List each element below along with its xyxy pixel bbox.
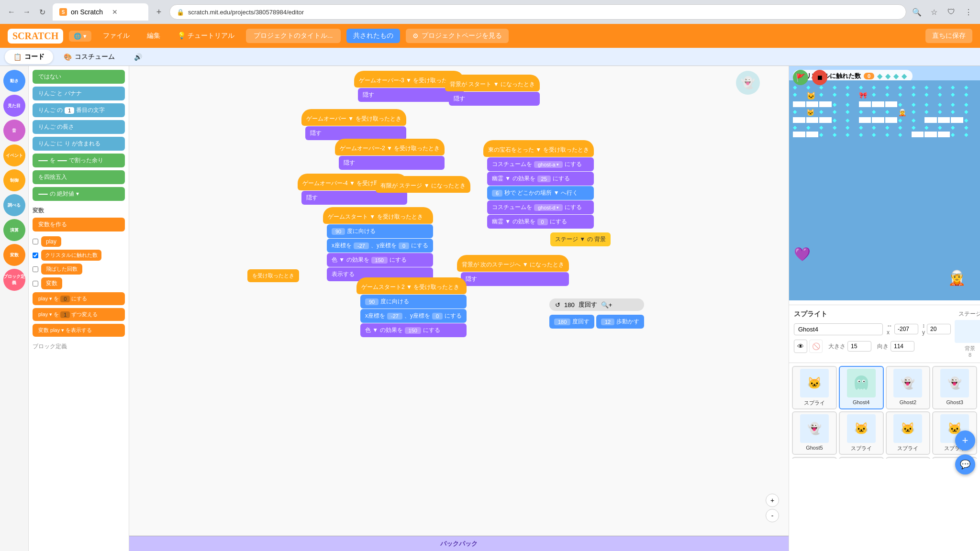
tab-sound[interactable]: 🔊 (125, 50, 151, 64)
block-concat[interactable]: りんご と バナナ (33, 87, 125, 100)
sprite-item-ghost3[interactable]: 👻 Ghost3 (932, 366, 977, 409)
x-input[interactable] (894, 324, 918, 334)
block-stage-backdrop[interactable]: ステージ ▼ の 背景 (550, 232, 611, 246)
reload-button[interactable]: ↻ (35, 5, 49, 19)
block-turn90[interactable]: 90 度に向ける (327, 224, 433, 238)
category-control[interactable]: 制御 (3, 169, 25, 191)
hat-easttreasure[interactable]: 東の宝石をとった ▼ を受け取ったとき (483, 140, 594, 157)
globe-button[interactable]: 🌐 ▾ (69, 31, 91, 42)
block-not[interactable]: ではない (33, 70, 125, 84)
block-set-play[interactable]: play ▾ を 0 にする (33, 292, 125, 305)
sprite-item-sprite6[interactable]: 🐱 スプライ (839, 411, 884, 455)
add-sprite-button[interactable]: + (955, 430, 975, 451)
address-bar[interactable]: 🔒 scratch.mit.edu/projects/380578984/edi… (169, 4, 906, 20)
block-hide-6[interactable]: 隠す (461, 272, 569, 286)
bookmark-button[interactable]: ☆ (927, 5, 941, 19)
block-move-12[interactable]: 12 歩動かす (596, 315, 644, 329)
block-color-effect[interactable]: 色 ▼ の効果を 150 にする (327, 253, 433, 267)
block-costume-a[interactable]: コスチュームを ghost-a にする (487, 157, 594, 171)
block-color-effect-2[interactable]: 色 ▼ の効果を 150 にする (360, 323, 467, 337)
block-glide-somewhere[interactable]: 6 秒で どこかの場所 ▼ へ行く (487, 186, 594, 200)
category-looks[interactable]: 見た目 (3, 95, 25, 117)
category-myblocks[interactable]: ブロック定義 (3, 269, 25, 291)
zoom-in-button[interactable]: + (766, 494, 779, 507)
sprite-item-ghost2[interactable]: 👻 Ghost2 (886, 366, 931, 409)
block-hide-3[interactable]: 隠す (305, 126, 406, 140)
hat-stage[interactable]: 有限が ステージ ▼ になったとき (376, 176, 470, 193)
show-sprite-button[interactable]: 👁 (794, 340, 807, 353)
sprite-item-crystal2[interactable]: 💎 Crystal2 (792, 457, 837, 459)
category-variables[interactable]: 変数 (3, 244, 25, 266)
sprite-item-ghost5[interactable]: 👻 Ghost5 (792, 411, 837, 455)
category-operators[interactable]: 演算 (3, 219, 25, 241)
browser-tab[interactable]: S on Scratch ✕ (53, 3, 148, 21)
block-setxy[interactable]: x座標を -27 、y座標を 0 にする (327, 239, 433, 253)
block-hide-5[interactable]: 隠す (301, 191, 407, 205)
block-hide-4[interactable]: 隠す (339, 156, 445, 170)
block-setxy-2[interactable]: x座標を -27 、y座標を 0 にする (360, 309, 467, 323)
file-menu[interactable]: ファイル (97, 29, 135, 43)
sprite-item-ghost4[interactable]: Ghost4 (839, 366, 884, 409)
block-change-play[interactable]: play ▾ を 1 ずつ変える (33, 308, 125, 321)
zoom-out-button[interactable]: - (766, 509, 779, 522)
block-partial-receive[interactable]: を受け取ったとき (247, 269, 299, 282)
block-turn90-2[interactable]: 90 度に向ける (360, 295, 467, 309)
block-contains[interactable]: りんご に り が含まれる (33, 137, 125, 151)
sprite-item-sprite7[interactable]: 🐱 スプライ (886, 411, 931, 455)
save-button[interactable]: 直ちに保存 (925, 29, 972, 43)
hat-bgstart[interactable]: 背景が スタート ▼ になったとき (445, 75, 540, 91)
forward-button[interactable]: → (20, 5, 33, 19)
direction-input[interactable] (891, 341, 914, 352)
hide-sprite-button[interactable]: 🚫 (809, 340, 823, 353)
category-sound[interactable]: 音 (3, 120, 25, 142)
crystal-checkbox[interactable] (33, 253, 38, 258)
block-mod[interactable]: を で割った余り (33, 154, 125, 167)
block-costume-d[interactable]: コスチュームを ghost-d にする (487, 200, 594, 214)
skip-checkbox[interactable] (33, 266, 38, 272)
block-letter[interactable]: りんご の 1 番目の文字 (33, 103, 125, 117)
play-checkbox[interactable] (33, 239, 38, 244)
extensions-button[interactable]: 🛡 (945, 5, 958, 19)
search-button[interactable]: 🔍 (910, 5, 924, 19)
green-flag-button[interactable]: 🚩 (793, 70, 808, 85)
size-input[interactable] (847, 341, 871, 352)
block-length[interactable]: りんご の長さ (33, 120, 125, 134)
stop-button[interactable]: ⏹ (812, 70, 827, 85)
block-abs[interactable]: の 絶対値 ▾ (33, 187, 125, 201)
sprite-name-input[interactable] (794, 323, 883, 335)
tab-close-button[interactable]: ✕ (111, 8, 119, 16)
block-show-play[interactable]: 変数 play ▾ を表示する (33, 324, 125, 337)
block-skip-var[interactable]: 飛ばした回数 (41, 264, 82, 275)
var-checkbox[interactable] (33, 281, 38, 287)
block-play-var[interactable]: play (41, 236, 61, 247)
make-variable-button[interactable]: 変数を作る (33, 218, 125, 231)
category-motion[interactable]: 動き (3, 70, 25, 92)
block-hide-2[interactable]: 隠す (449, 92, 540, 106)
sprite-item-cat1[interactable]: 🐱 スプライ (792, 366, 837, 409)
block-crystal-var[interactable]: クリスタルに触れた数 (41, 250, 101, 261)
hat-nextstage[interactable]: 背景が 次のステージへ ▼ になったとき (457, 255, 569, 272)
hat-gamestart[interactable]: ゲームスタート ▼ を受け取ったとき (323, 207, 433, 224)
category-events[interactable]: イベント (3, 144, 25, 166)
tutorial-menu[interactable]: 💡 チュートリアル (172, 29, 240, 43)
workspace[interactable]: ゲームオーバー-3 ▼ を受け取ったとき 隠す 背景が スタート ▼ になったと… (129, 66, 789, 551)
category-sensing[interactable]: 調べる (3, 194, 25, 216)
backpack-bar[interactable]: バックパック (129, 536, 789, 551)
edit-menu[interactable]: 編集 (141, 29, 166, 43)
project-title-button[interactable]: プロジェクトのタイトル... (246, 29, 341, 43)
new-tab-button[interactable]: + (152, 5, 166, 19)
back-button[interactable]: ← (5, 5, 18, 19)
tab-costume[interactable]: 🎨 コスチューム (55, 50, 123, 64)
sprite-item-crystal[interactable]: 💎 Crystal (839, 457, 884, 459)
block-ghost-effect-0[interactable]: 幽霊 ▼ の効果を 0 にする (487, 215, 594, 229)
block-round[interactable]: を四捨五入 (33, 170, 125, 184)
chat-button[interactable]: 💬 (955, 454, 975, 474)
y-input[interactable] (927, 324, 951, 334)
block-rotate-180[interactable]: 180 度回す (549, 315, 594, 329)
hat-gamestart2[interactable]: ゲームスタート2 ▼ を受け取ったとき (356, 277, 467, 294)
block-ghost-effect[interactable]: 幽霊 ▼ の効果を 25 にする (487, 172, 594, 186)
hat-gameover2[interactable]: ゲームオーバー-2 ▼ を受け取ったとき (335, 139, 445, 155)
tab-code[interactable]: 📋 コード (5, 50, 53, 64)
block-var[interactable]: 変数 (41, 277, 62, 289)
share-button[interactable]: 共されたもの (346, 29, 400, 43)
